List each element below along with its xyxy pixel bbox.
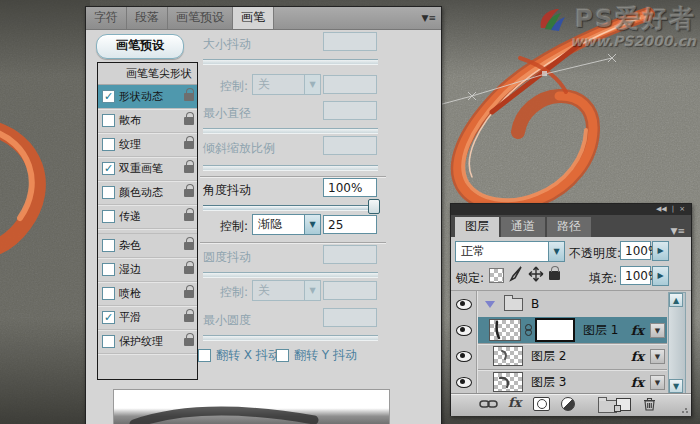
brush-tip-shape-item[interactable]: 画笔笔尖形状 bbox=[98, 63, 197, 85]
panel-menu-icon[interactable]: ▼≡ bbox=[671, 226, 685, 236]
fx-expand-icon[interactable]: ▼ bbox=[650, 323, 665, 338]
control-roundness-value[interactable] bbox=[323, 281, 377, 300]
opacity-value[interactable]: 100% bbox=[620, 241, 651, 260]
min-diameter-value[interactable] bbox=[323, 101, 377, 120]
fx-expand-icon[interactable]: ▼ bbox=[650, 349, 665, 364]
tilt-scale-slider[interactable] bbox=[203, 165, 378, 170]
tab-brush[interactable]: 画笔 bbox=[233, 7, 274, 29]
adjustment-layer-icon[interactable] bbox=[561, 397, 575, 411]
checkbox[interactable]: ✓ bbox=[102, 311, 115, 324]
checkbox[interactable]: ✓ bbox=[102, 162, 115, 175]
checkbox[interactable]: ✓ bbox=[102, 186, 115, 199]
option-wet-edges[interactable]: ✓ 湿边 bbox=[98, 258, 197, 282]
angle-jitter-slider[interactable] bbox=[203, 205, 378, 210]
fade-steps-value[interactable]: 25 bbox=[323, 215, 377, 234]
group-expand-icon[interactable] bbox=[485, 301, 495, 308]
tab-channels[interactable]: 通道 bbox=[501, 217, 545, 237]
roundness-jitter-slider[interactable] bbox=[203, 272, 378, 277]
new-layer-icon[interactable] bbox=[616, 398, 631, 411]
roundness-jitter-label: 圆度抖动 bbox=[203, 249, 251, 266]
checkbox[interactable]: ✓ bbox=[102, 335, 115, 348]
layer-fx-badge[interactable]: fx bbox=[631, 375, 644, 390]
visibility-cell[interactable] bbox=[451, 291, 477, 317]
layer-name[interactable]: 图层 3 bbox=[531, 374, 631, 391]
layer-thumbnail[interactable] bbox=[493, 346, 523, 366]
option-airbrush[interactable]: ✓ 喷枪 bbox=[98, 282, 197, 306]
fill-spinner-icon[interactable]: ▶ bbox=[652, 266, 669, 286]
checkbox[interactable]: ✓ bbox=[102, 90, 115, 103]
layer-group-row[interactable]: B bbox=[451, 291, 667, 318]
panel-resize-grip[interactable] bbox=[681, 406, 689, 414]
option-smoothing[interactable]: ✓ 平滑 bbox=[98, 306, 197, 330]
delete-layer-icon[interactable] bbox=[643, 397, 656, 411]
tab-layers[interactable]: 图层 bbox=[455, 217, 499, 237]
option-protect-texture[interactable]: ✓ 保护纹理 bbox=[98, 330, 197, 354]
option-transfer[interactable]: ✓ 传递 bbox=[98, 205, 197, 229]
flip-y-checkbox[interactable]: ✓ 翻转 Y 抖动 bbox=[276, 347, 357, 364]
layer-name[interactable]: 图层 2 bbox=[531, 348, 631, 365]
layers-scrollbar[interactable]: ▲ ▼ bbox=[668, 292, 686, 394]
add-mask-icon[interactable] bbox=[533, 397, 550, 411]
mask-link-icon[interactable] bbox=[524, 324, 532, 336]
group-name[interactable]: B bbox=[531, 297, 667, 311]
min-roundness-value[interactable] bbox=[323, 308, 377, 327]
option-color-dynamics[interactable]: ✓ 颜色动态 bbox=[98, 181, 197, 205]
option-dual-brush[interactable]: ✓ 双重画笔 bbox=[98, 157, 197, 181]
fx-expand-icon[interactable]: ▼ bbox=[650, 375, 665, 390]
tilt-scale-value[interactable] bbox=[323, 136, 377, 155]
checkbox[interactable]: ✓ bbox=[102, 138, 115, 151]
close-panel-icon[interactable]: × bbox=[679, 205, 685, 214]
roundness-jitter-value[interactable] bbox=[323, 245, 377, 264]
layer-row-1[interactable]: 图层 1 fx ▼ bbox=[451, 317, 667, 344]
checkbox[interactable]: ✓ bbox=[102, 210, 115, 223]
control-size-dropdown[interactable]: 关▼ bbox=[252, 74, 321, 95]
visibility-cell[interactable] bbox=[451, 343, 477, 369]
layer-fx-badge[interactable]: fx bbox=[631, 323, 644, 338]
collapse-panel-icon[interactable]: ◀◀ bbox=[656, 205, 667, 214]
option-scattering[interactable]: ✓ 散布 bbox=[98, 109, 197, 133]
link-layers-icon[interactable] bbox=[479, 398, 499, 410]
layer-thumbnail[interactable] bbox=[489, 319, 521, 341]
layer-row-3[interactable]: 图层 3 fx ▼ bbox=[451, 369, 667, 396]
angle-jitter-value[interactable]: 100% bbox=[323, 178, 377, 197]
min-diameter-slider[interactable] bbox=[203, 128, 378, 133]
checkbox[interactable]: ✓ bbox=[102, 263, 115, 276]
tab-paths[interactable]: 路径 bbox=[547, 217, 591, 237]
checkbox[interactable]: ✓ bbox=[102, 114, 115, 127]
control-angle-dropdown[interactable]: 渐隐▼ bbox=[252, 214, 321, 235]
lock-position-icon[interactable] bbox=[528, 266, 544, 282]
layer-thumbnail[interactable] bbox=[493, 372, 523, 392]
tab-character[interactable]: 字符 bbox=[86, 7, 127, 29]
layer-fx-badge[interactable]: fx bbox=[631, 349, 644, 364]
scroll-down-icon[interactable]: ▼ bbox=[669, 379, 683, 393]
blend-mode-dropdown[interactable]: 正常▼ bbox=[455, 241, 565, 262]
flip-x-checkbox[interactable]: ✓ 翻转 X 抖动 bbox=[198, 347, 280, 364]
checkbox[interactable]: ✓ bbox=[102, 287, 115, 300]
panel-menu-icon[interactable]: ▼≡ bbox=[422, 13, 436, 23]
lock-all-icon[interactable] bbox=[549, 271, 560, 280]
slider-thumb[interactable] bbox=[368, 199, 380, 214]
size-jitter-slider[interactable] bbox=[203, 59, 378, 64]
option-texture[interactable]: ✓ 纹理 bbox=[98, 133, 197, 157]
lock-paint-icon[interactable] bbox=[508, 266, 523, 282]
control-size-value[interactable] bbox=[323, 75, 377, 94]
control-roundness-dropdown[interactable]: 关▼ bbox=[252, 280, 321, 301]
brush-presets-button[interactable]: 画笔预设 bbox=[96, 34, 184, 59]
opacity-spinner-icon[interactable]: ▶ bbox=[652, 241, 669, 261]
layer-style-icon[interactable]: fx bbox=[508, 395, 521, 410]
tab-paragraph[interactable]: 段落 bbox=[127, 7, 168, 29]
option-noise[interactable]: ✓ 杂色 bbox=[98, 233, 197, 258]
scroll-up-icon[interactable]: ▲ bbox=[669, 293, 683, 307]
visibility-cell[interactable] bbox=[451, 369, 477, 395]
tab-brush-presets[interactable]: 画笔预设 bbox=[168, 7, 233, 29]
fill-value[interactable]: 100% bbox=[620, 266, 651, 285]
layer-mask-thumbnail[interactable] bbox=[535, 318, 575, 342]
visibility-cell[interactable] bbox=[451, 317, 477, 343]
min-roundness-slider[interactable] bbox=[203, 335, 378, 340]
option-shape-dynamics[interactable]: ✓ 形状动态 bbox=[98, 85, 197, 109]
layer-name[interactable]: 图层 1 bbox=[583, 322, 631, 339]
size-jitter-value[interactable] bbox=[323, 32, 377, 51]
layer-row-2[interactable]: 图层 2 fx ▼ bbox=[451, 343, 667, 370]
checkbox[interactable]: ✓ bbox=[102, 239, 115, 252]
lock-transparency-icon[interactable] bbox=[489, 268, 504, 283]
